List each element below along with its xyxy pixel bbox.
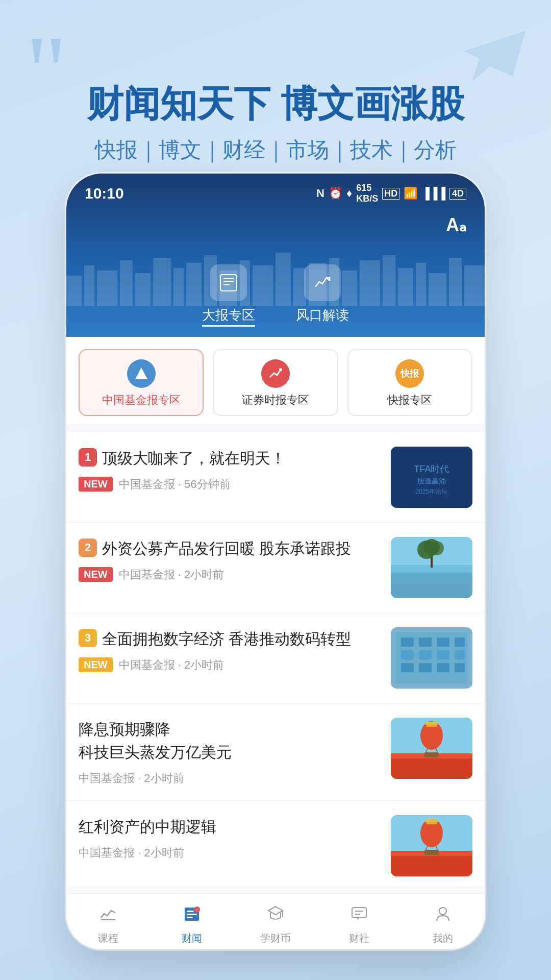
news-content-1: 1 顶级大咖来了，就在明天！ NEW 中国基金报 · 56分钟前 xyxy=(79,447,381,492)
phone-mockup: 10:10 N ⏰ ♦ 615KB/S HD 📶 ▐▐▐ 4D Aₐ xyxy=(66,174,485,949)
news-title-1: 1 顶级大咖来了，就在明天！ xyxy=(79,447,381,470)
news-meta-5: 中国基金报 · 2小时前 xyxy=(79,845,381,861)
xuecaibi-icon xyxy=(266,904,285,927)
kuaibao-label: 快报专区 xyxy=(387,393,432,408)
news-thumb-2 xyxy=(391,537,472,598)
svg-rect-67 xyxy=(391,856,472,876)
font-size-button[interactable]: Aₐ xyxy=(446,214,466,236)
zhengquan-icon xyxy=(261,359,290,388)
svg-rect-53 xyxy=(455,663,465,672)
news-source-1: 中国基金报 · 56分钟前 xyxy=(119,477,231,492)
status-bar: 10:10 N ⏰ ♦ 615KB/S HD 📶 ▐▐▐ 4D xyxy=(66,174,485,204)
svg-rect-78 xyxy=(187,917,193,918)
news-item-1[interactable]: 1 顶级大咖来了，就在明天！ NEW 中国基金报 · 56分钟前 xyxy=(66,432,485,523)
caixin-icon: ! xyxy=(183,904,201,927)
news-tag-2: NEW xyxy=(79,567,113,582)
news-item-3[interactable]: 3 全面拥抱数字经济 香港推动数码转型 NEW 中国基金报 · 2小时前 xyxy=(66,613,485,703)
network-icon: N xyxy=(316,187,324,200)
news-source-3: 中国基金报 · 2小时前 xyxy=(119,657,224,673)
news-rank-1: 1 xyxy=(79,448,97,467)
bottom-nav-xuecaibi[interactable]: 学财币 xyxy=(234,898,317,945)
wode-label: 我的 xyxy=(433,932,453,945)
svg-rect-50 xyxy=(401,663,414,672)
news-content-5: 红利资产的中期逻辑 中国基金报 · 2小时前 xyxy=(79,815,381,861)
svg-rect-49 xyxy=(455,650,465,659)
svg-rect-51 xyxy=(419,663,432,672)
tab-dabaozhuanqu[interactable]: 大报专区 xyxy=(202,264,255,327)
news-title-5: 红利资产的中期逻辑 xyxy=(79,815,381,838)
jijin-icon xyxy=(127,359,156,388)
svg-rect-44 xyxy=(437,638,449,647)
news-meta-3: NEW 中国基金报 · 2小时前 xyxy=(79,657,381,673)
tab-fengkoujiede-label: 风口解读 xyxy=(296,306,349,324)
news-source-5: 中国基金报 · 2小时前 xyxy=(79,845,184,861)
svg-rect-42 xyxy=(401,638,414,647)
svg-rect-47 xyxy=(419,650,432,659)
lte-icon: 4D xyxy=(449,188,466,200)
news-title-4: 降息预期骤降科技巨头蒸发万亿美元 xyxy=(79,718,381,764)
news-item-4[interactable]: 降息预期骤降科技巨头蒸发万亿美元 中国基金报 · 2小时前 xyxy=(66,703,485,801)
news-rank-3: 3 xyxy=(79,629,97,647)
wode-icon xyxy=(434,904,452,927)
kuaibao-icon: 快报 xyxy=(395,359,424,388)
svg-text:2025年论坛: 2025年论坛 xyxy=(416,488,448,495)
news-item-2[interactable]: 2 外资公募产品发行回暖 股东承诺跟投 NEW 中国基金报 · 2小时前 xyxy=(66,523,485,613)
news-meta-4: 中国基金报 · 2小时前 xyxy=(79,771,381,786)
kecheng-label: 课程 xyxy=(98,932,118,945)
bottom-nav-kecheng[interactable]: 课程 xyxy=(66,898,150,945)
jijin-label: 中国基金报专区 xyxy=(102,393,181,408)
news-tag-3: NEW xyxy=(79,657,113,672)
news-item-5[interactable]: 红利资产的中期逻辑 中国基金报 · 2小时前 xyxy=(66,801,485,887)
category-tab-zhengquan[interactable]: 证券时报专区 xyxy=(213,349,338,416)
news-content-3: 3 全面拥抱数字经济 香港推动数码转型 NEW 中国基金报 · 2小时前 xyxy=(79,627,381,673)
header-area: 财闻知天下 博文画涨股 快报｜博文｜财经｜市场｜技术｜分析 xyxy=(0,41,551,164)
category-tab-kuaibao[interactable]: 快报 快报专区 xyxy=(347,349,472,416)
category-tabs: 中国基金报专区 证券时报专区 快报 快报专区 xyxy=(66,337,485,424)
svg-rect-57 xyxy=(391,758,472,779)
news-tag-1: NEW xyxy=(79,477,113,492)
svg-rect-45 xyxy=(455,638,465,647)
bottom-nav-caixin[interactable]: ! 财闻 xyxy=(150,898,234,945)
header-nav: 大报专区 风口解读 xyxy=(66,264,485,327)
news-rank-2: 2 xyxy=(79,538,97,557)
news-thumb-3 xyxy=(391,627,472,689)
speed-icon: 615KB/S xyxy=(356,183,378,204)
phone-content: 中国基金报专区 证券时报专区 快报 快报专区 xyxy=(66,337,485,893)
svg-rect-46 xyxy=(401,650,414,659)
wifi-icon: 📶 xyxy=(404,187,417,200)
app-tagline-sub: 快报｜博文｜财经｜市场｜技术｜分析 xyxy=(31,136,520,164)
caixin-label: 财闻 xyxy=(182,932,202,945)
alarm-icon: ⏰ xyxy=(329,187,342,200)
svg-rect-52 xyxy=(437,663,449,672)
svg-marker-28 xyxy=(135,368,147,379)
svg-point-39 xyxy=(423,539,440,555)
news-meta-2: NEW 中国基金报 · 2小时前 xyxy=(79,567,381,582)
svg-rect-77 xyxy=(187,914,197,915)
caishe-label: 财社 xyxy=(349,932,369,945)
category-tab-jijin[interactable]: 中国基金报专区 xyxy=(79,349,204,416)
fengkoujiede-icon xyxy=(304,264,341,301)
svg-rect-63 xyxy=(424,752,439,757)
news-source-4: 中国基金报 · 2小时前 xyxy=(79,771,184,786)
news-thumb-4 xyxy=(391,718,472,779)
news-meta-1: NEW 中国基金报 · 56分钟前 xyxy=(79,477,381,492)
signal-icon: ▐▐▐ xyxy=(421,187,445,200)
bottom-nav-caishe[interactable]: 财社 xyxy=(317,898,401,945)
svg-rect-73 xyxy=(424,850,439,855)
bluetooth-icon: ♦ xyxy=(346,187,352,200)
zhengquan-label: 证券时报专区 xyxy=(242,393,309,408)
caishe-icon xyxy=(350,904,368,927)
svg-text:股道赢涌: 股道赢涌 xyxy=(417,477,446,485)
app-tagline-main: 财闻知天下 博文画涨股 xyxy=(31,82,520,126)
svg-point-85 xyxy=(439,908,446,915)
status-time: 10:10 xyxy=(85,185,124,202)
dabaozhuanqu-icon xyxy=(210,264,247,301)
bottom-nav-wode[interactable]: 我的 xyxy=(401,898,485,945)
tab-fengkoujiede[interactable]: 风口解读 xyxy=(296,264,349,327)
status-icons: N ⏰ ♦ 615KB/S HD 📶 ▐▐▐ 4D xyxy=(316,183,466,204)
svg-rect-76 xyxy=(187,911,194,912)
svg-text:TFA时代: TFA时代 xyxy=(414,464,449,474)
svg-rect-70 xyxy=(425,819,438,822)
news-thumb-5 xyxy=(391,815,472,876)
tab-dabaozhuanqu-label: 大报专区 xyxy=(202,306,255,327)
